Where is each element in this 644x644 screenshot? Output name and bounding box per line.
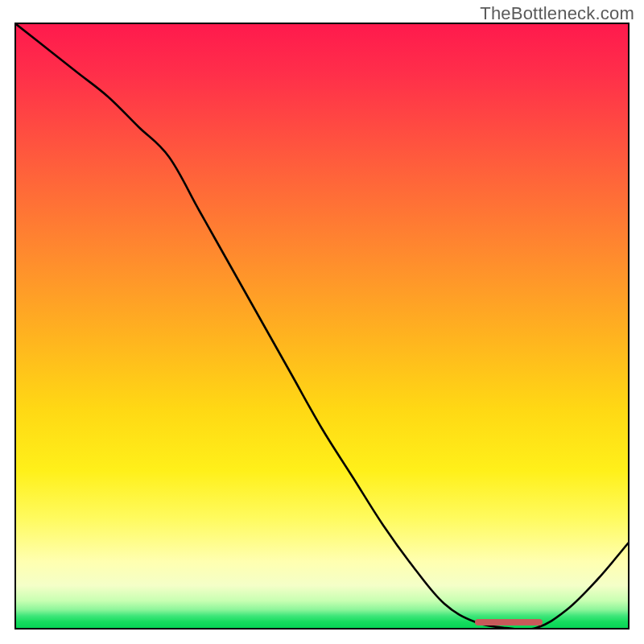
plot-area (14, 23, 630, 630)
optimal-range-marker (475, 619, 543, 625)
watermark-text: TheBottleneck.com (480, 3, 634, 24)
curve-layer (16, 24, 628, 628)
bottleneck-curve (16, 24, 628, 628)
chart-container: TheBottleneck.com (0, 0, 644, 644)
